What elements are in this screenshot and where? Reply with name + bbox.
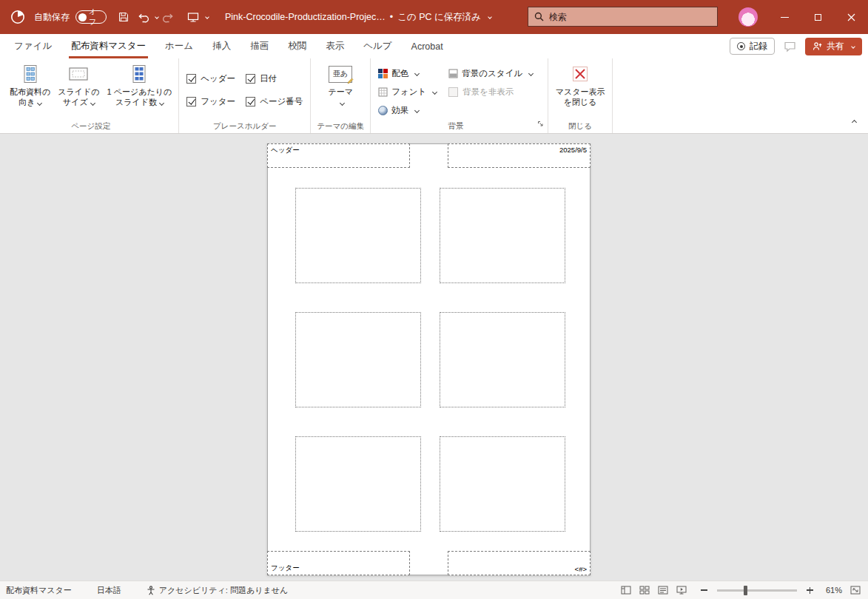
header-placeholder[interactable]: ヘッダー (267, 143, 410, 168)
page-number-placeholder[interactable]: <#> (448, 551, 591, 575)
collapse-ribbon-button[interactable] (850, 114, 856, 127)
slides-per-page-button[interactable]: 1 ページあたりの スライド数 (104, 61, 176, 107)
share-button[interactable]: 共有 (805, 38, 862, 55)
hide-background-checkbox[interactable]: 背景を非表示 (448, 83, 533, 101)
redo-button[interactable] (158, 6, 178, 28)
slide-sorter-icon (639, 586, 650, 595)
normal-view-button[interactable] (621, 586, 631, 595)
date-placeholder[interactable]: 2025/9/5 (448, 143, 591, 168)
undo-icon (137, 12, 149, 23)
tab-acrobat[interactable]: Acrobat (402, 34, 453, 58)
background-styles-button[interactable]: 背景のスタイル (448, 64, 533, 83)
slides-per-page-label-line2: スライド数 (115, 98, 157, 106)
statusbar-accessibility[interactable]: アクセシビリティ: 問題ありません (147, 585, 288, 596)
statusbar-view-label: 配布資料マスター (6, 585, 72, 596)
slide-placeholder-5[interactable] (295, 436, 421, 532)
tab-file[interactable]: ファイル (4, 34, 61, 58)
zoom-in-button[interactable] (807, 587, 813, 594)
title-separator: • (390, 12, 393, 22)
slide-placeholder-2[interactable] (440, 188, 565, 283)
maximize-button[interactable] (801, 0, 835, 34)
themes-label: テーマ (328, 87, 353, 98)
slide-placeholder-3[interactable] (295, 312, 421, 407)
search-input[interactable] (549, 12, 711, 22)
group-label-background: 背景 (374, 120, 537, 133)
slide-placeholder-6[interactable] (440, 436, 565, 532)
date-checkbox[interactable]: 日付 (246, 70, 303, 87)
close-button[interactable] (835, 0, 868, 34)
redo-icon (162, 12, 175, 23)
footer-placeholder[interactable]: フッター (267, 551, 410, 575)
colors-icon (378, 69, 388, 78)
hide-background-label: 背景を非表示 (462, 87, 514, 98)
tab-insert[interactable]: 挿入 (203, 34, 240, 58)
slide-size-button[interactable]: スライドの サイズ (54, 61, 103, 107)
statusbar-language[interactable]: 日本語 (97, 585, 121, 596)
document-title[interactable]: Pink-Crocodile-Productization-Projec… • … (225, 11, 491, 24)
user-avatar[interactable] (739, 7, 758, 27)
fonts-button[interactable]: フォント (378, 83, 437, 101)
search-box[interactable] (528, 7, 718, 27)
share-chevron-icon (851, 44, 855, 49)
zoom-level[interactable]: 61% (821, 586, 842, 595)
dialog-launcher-icon (537, 121, 545, 128)
comments-button[interactable] (784, 41, 796, 53)
slide-placeholder-1[interactable] (295, 188, 421, 283)
record-icon (737, 42, 745, 50)
record-button[interactable]: 記録 (730, 38, 775, 55)
pen-icon (347, 78, 354, 84)
titlebar: 自動保存 オフ Pink-Crocodile-Productization-Pr… (0, 0, 868, 34)
colors-button[interactable]: 配色 (378, 64, 437, 83)
reading-view-button[interactable] (658, 586, 668, 595)
group-label-page-setup: ページ設定 (6, 120, 175, 133)
tab-handout-master[interactable]: 配布資料マスター (61, 34, 155, 58)
toggle-knob-icon (78, 13, 87, 21)
save-button[interactable] (114, 6, 133, 28)
slide-sorter-view-button[interactable] (639, 586, 650, 595)
plus-icon (807, 587, 813, 594)
group-edit-theme: 亜あ テーマ テーマの編集 (311, 58, 371, 133)
themes-button[interactable]: 亜あ テーマ (324, 61, 357, 107)
fit-to-window-icon (850, 586, 861, 595)
zoom-slider-thumb[interactable] (744, 586, 747, 595)
handout-orientation-icon (21, 63, 39, 85)
group-label-edit-theme: テーマの編集 (314, 120, 367, 133)
tab-view[interactable]: 表示 (316, 34, 354, 58)
tab-draw[interactable]: 描画 (240, 34, 278, 58)
accessibility-status-text: アクセシビリティ: 問題ありません (159, 585, 288, 596)
checkbox-checked-icon (186, 74, 196, 84)
slide-placeholder-4[interactable] (440, 312, 565, 407)
autosave-toggle[interactable]: オフ (75, 10, 107, 24)
effects-button[interactable]: 効果 (378, 101, 437, 120)
zoom-out-button[interactable] (701, 589, 707, 591)
zoom-slider[interactable] (717, 589, 797, 592)
undo-button[interactable] (133, 6, 152, 28)
tab-review[interactable]: 校閲 (278, 34, 316, 58)
group-label-placeholders: プレースホルダー (182, 120, 307, 133)
tab-help[interactable]: ヘルプ (354, 34, 401, 58)
colors-label: 配色 (391, 68, 408, 79)
dropdown-chevron-icon (340, 100, 345, 105)
powerpoint-app-icon[interactable] (9, 8, 27, 26)
page-number-checkbox[interactable]: ページ番号 (246, 92, 303, 110)
header-checkbox[interactable]: ヘッダー (186, 70, 235, 87)
background-dialog-launcher[interactable] (537, 118, 545, 131)
fit-to-window-button[interactable] (850, 586, 861, 595)
tabrow-right-controls: 記録 共有 (730, 38, 862, 55)
tab-home[interactable]: ホーム (155, 34, 203, 58)
footer-checkbox-label: フッター (201, 96, 235, 107)
handout-orientation-button[interactable]: 配布資料の 向き (6, 61, 54, 107)
minimize-icon (781, 17, 789, 18)
minimize-button[interactable] (768, 0, 801, 34)
quick-access-display-button[interactable] (184, 6, 203, 28)
slideshow-icon (676, 586, 687, 595)
slideshow-view-button[interactable] (676, 586, 687, 595)
close-master-view-button[interactable]: マスター表示 を閉じる (552, 61, 609, 107)
footer-checkbox[interactable]: フッター (186, 92, 235, 110)
theme-icon-text: 亜あ (333, 69, 348, 79)
dropdown-chevron-icon (159, 100, 164, 105)
quick-access-chevron-icon[interactable] (205, 15, 209, 19)
ribbon-tab-row: ファイル 配布資料マスター ホーム 挿入 描画 校閲 表示 ヘルプ Acroba… (0, 34, 868, 58)
collapse-ribbon-chevron-icon (852, 120, 857, 125)
close-master-label-line2: を閉じる (564, 98, 597, 108)
